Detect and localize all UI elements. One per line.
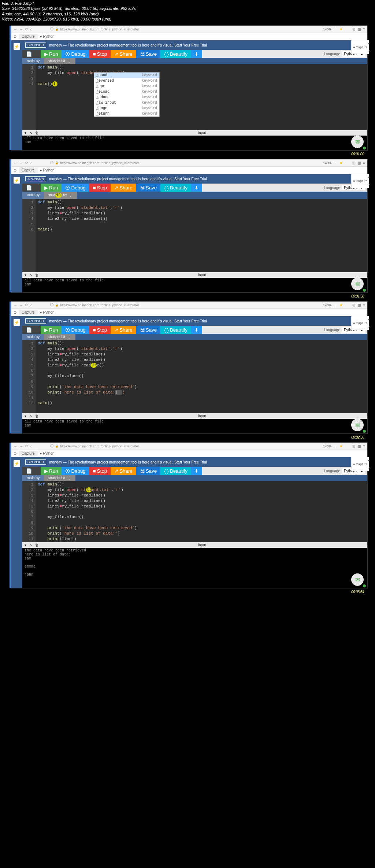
capture-icon[interactable]: ⊙: [14, 34, 16, 38]
run-button[interactable]: ▶ Run: [41, 50, 62, 58]
back-icon[interactable]: ←: [14, 161, 17, 165]
debug-button[interactable]: ⦿ Debug: [62, 184, 89, 192]
new-file-button[interactable]: 📄: [22, 184, 41, 192]
stop-button[interactable]: ■ Stop: [89, 326, 111, 334]
code-editor[interactable]: 1234567891011 def main(): my_file=open('…: [22, 481, 367, 542]
menu-icon[interactable]: ≡: [363, 27, 365, 31]
screenshot-frame-3: ←→⟳⌂ⓘ🔒https://www.onlinegdb.com/online_p…: [11, 301, 368, 434]
sidebar-icon[interactable]: ▥: [357, 27, 361, 31]
tab-student[interactable]: student.txt⋮: [44, 58, 75, 64]
download-button[interactable]: ⬇: [191, 184, 202, 192]
beautify-button[interactable]: { } Beautify: [160, 326, 191, 334]
screenshot-frame-4: ←→⟳⌂ⓘ🔒https://www.onlinegdb.com/online_p…: [11, 442, 368, 588]
save-button[interactable]: 🖫 Save: [136, 50, 160, 58]
share-button[interactable]: ↗ Share: [111, 184, 136, 192]
screenshot-frame-1: ← → ⟳ ⌂ ⓘ 🔒 https://www.onlinegdb.com/on…: [11, 25, 368, 151]
share-button[interactable]: ↗ Share: [111, 326, 136, 334]
back-icon[interactable]: ←: [14, 27, 17, 31]
autocomplete-popup[interactable]: roundkeyword reversedkeyword reprkeyword…: [94, 72, 160, 117]
forward-icon[interactable]: →: [19, 27, 23, 31]
reload-icon[interactable]: ⟳: [25, 27, 28, 31]
zoom-level[interactable]: 140%: [323, 27, 331, 31]
run-button[interactable]: ▶ Run: [41, 184, 62, 192]
chat-fab[interactable]: ✉: [351, 278, 364, 290]
bookmark-icon[interactable]: ★: [339, 27, 343, 31]
save-button[interactable]: 🖫 Save: [136, 467, 160, 475]
stop-button[interactable]: ■ Stop: [89, 184, 111, 192]
address-bar[interactable]: ⓘ🔒https://www.onlinegdb.com/online_pytho…: [50, 160, 139, 165]
share-button[interactable]: ↗ Share: [111, 50, 136, 58]
debug-button[interactable]: ⦿ Debug: [62, 50, 89, 58]
code-editor[interactable]: 123456789101112 def main(): my_file=open…: [22, 340, 367, 413]
stop-button[interactable]: ■ Stop: [89, 467, 111, 475]
ide-toolbar: 📄 ▶ Run ⦿ Debug ■ Stop ↗ Share 🖫 Save { …: [22, 50, 367, 58]
expand-icon[interactable]: ▾: [25, 131, 26, 135]
beautify-button[interactable]: { } Beautify: [160, 184, 191, 192]
debug-button[interactable]: ⦿ Debug: [62, 326, 89, 334]
beautify-button[interactable]: { } Beautify: [160, 50, 191, 58]
download-button[interactable]: ⬇: [191, 50, 202, 58]
library-icon[interactable]: ⊞: [352, 27, 355, 31]
console-output: all data have been saved to the file sam: [22, 419, 367, 433]
new-file-button[interactable]: 📄: [22, 50, 41, 58]
save-button[interactable]: 🖫 Save: [136, 184, 160, 192]
reload-icon[interactable]: ⟳: [25, 161, 28, 165]
shield-icon[interactable]: ⋯: [334, 27, 337, 31]
save-button[interactable]: 🖫 Save: [136, 326, 160, 334]
tab-student[interactable]: stud.txt⋮: [44, 192, 77, 199]
home-icon[interactable]: ⌂: [30, 161, 33, 165]
browser-toolbar: ← → ⟳ ⌂ ⓘ 🔒 https://www.onlinegdb.com/on…: [11, 26, 367, 33]
media-info: File: 3. File 3.mp4 Size: 34522386 bytes…: [0, 0, 375, 22]
tab-main[interactable]: main.py: [22, 58, 44, 64]
chat-fab[interactable]: ✉: [351, 136, 364, 148]
sponsor-banner[interactable]: SPONSOR monday — The revolutionary proje…: [22, 40, 367, 50]
lock-icon: 🔒: [55, 27, 59, 31]
forward-icon[interactable]: →: [19, 161, 23, 165]
cursor-highlight: [52, 81, 57, 86]
share-button[interactable]: ↗ Share: [111, 467, 136, 475]
console-output: the data have been retrieved here is lis…: [22, 548, 367, 588]
beautify-button[interactable]: { } Beautify: [160, 467, 191, 475]
code-editor[interactable]: 1234 def main(): my_file=open('student.t…: [22, 64, 367, 130]
bolt-icon[interactable]: ⚡: [14, 177, 20, 184]
console-output: all data have been saved to the file sam: [22, 278, 367, 292]
bolt-icon[interactable]: ⚡: [14, 43, 20, 50]
tab-main[interactable]: main.py: [22, 192, 44, 199]
console-input-bar: ▾⤡🗑 input: [22, 130, 367, 136]
trash-icon[interactable]: 🗑: [35, 131, 39, 135]
home-icon[interactable]: ⌂: [30, 27, 33, 31]
screenshot-frame-2: ←→⟳⌂ⓘ🔒https://www.onlinegdb.com/online_p…: [11, 159, 368, 293]
devtools-capture[interactable]: ● Capture ▾ ✕: [351, 174, 369, 188]
run-button[interactable]: ▶ Run: [41, 326, 62, 334]
devtools-capture[interactable]: ● Capture ▾ ✕: [351, 40, 369, 54]
run-button[interactable]: ▶ Run: [41, 467, 62, 475]
console-output: all data have been saved to the file sam: [22, 136, 367, 150]
app-sidebar: ⚡: [11, 40, 22, 150]
chat-fab[interactable]: ✉: [351, 419, 364, 431]
timestamp: 00:01:00: [0, 152, 375, 156]
python-tab[interactable]: ● Python: [40, 34, 55, 38]
resize-icon[interactable]: ⤡: [29, 131, 32, 135]
code-editor[interactable]: 123456 def main(): my_file=open('student…: [22, 199, 367, 272]
info-icon: ⓘ: [50, 27, 53, 32]
stop-button[interactable]: ■ Stop: [89, 50, 111, 58]
debug-button[interactable]: ⦿ Debug: [62, 467, 89, 475]
capture-tab[interactable]: Capture: [19, 34, 38, 39]
address-bar[interactable]: ⓘ 🔒 https://www.onlinegdb.com/online_pyt…: [50, 27, 139, 32]
